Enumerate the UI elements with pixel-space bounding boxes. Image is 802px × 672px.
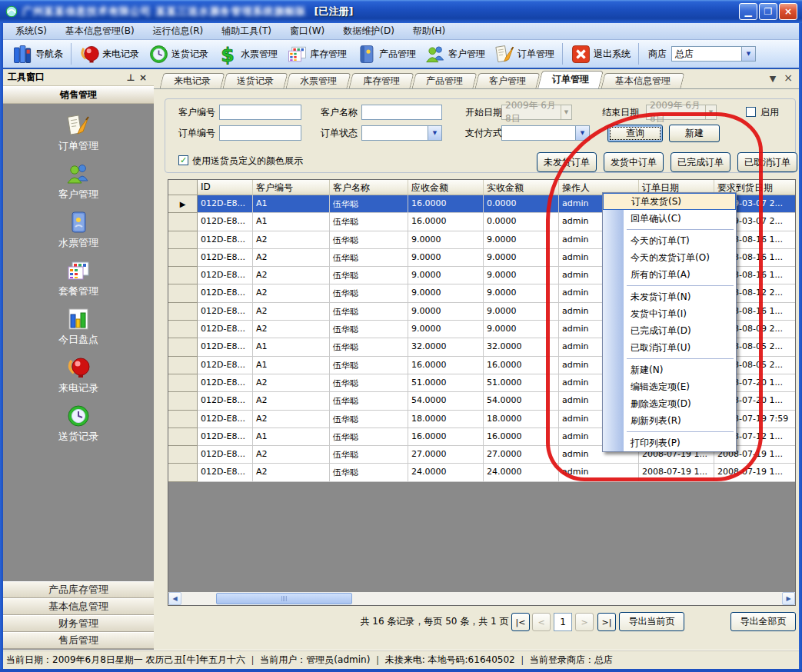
context-menu-item-所有的订单(A)[interactable]: 所有的订单(A) xyxy=(603,266,736,283)
tab-产品管理[interactable]: 产品管理 xyxy=(414,73,475,88)
tab-库存管理[interactable]: 库存管理 xyxy=(351,73,412,88)
close-icon[interactable]: × xyxy=(137,72,149,84)
menu-item[interactable]: 系统(S) xyxy=(6,23,56,39)
row-selector[interactable] xyxy=(168,213,198,231)
close-button[interactable]: × xyxy=(779,3,797,20)
row-selector[interactable] xyxy=(168,267,198,284)
minimize-button[interactable]: ▁ xyxy=(739,3,757,20)
query-button[interactable]: 查询 xyxy=(607,125,663,142)
filter-button-已取消订单[interactable]: 已取消订单 xyxy=(737,152,797,172)
menu-item[interactable]: 辅助工具(T) xyxy=(212,23,281,39)
context-menu-item-已完成订单(D)[interactable]: 已完成订单(D) xyxy=(603,322,736,339)
scrollbar-thumb[interactable] xyxy=(216,593,352,604)
page-number-input[interactable]: 1 xyxy=(554,613,572,631)
sidebar-item-来电记录[interactable]: 来电记录 xyxy=(3,355,154,404)
toolbar-button-订单管理[interactable]: 订单管理 xyxy=(490,44,559,65)
row-selector[interactable] xyxy=(168,357,198,374)
context-menu-item-刷新列表(R)[interactable]: 刷新列表(R) xyxy=(603,412,736,429)
color-checkbox[interactable]: ✓ xyxy=(178,155,188,165)
customer-no-input[interactable] xyxy=(219,105,301,120)
sidebar-section-sales[interactable]: 销售管理 xyxy=(3,86,154,104)
context-menu-item-已取消订单(U)[interactable]: 已取消订单(U) xyxy=(603,339,736,356)
sidebar-section-售后管理[interactable]: 售后管理 xyxy=(3,632,154,649)
sidebar-item-今日盘点[interactable]: 今日盘点 xyxy=(3,307,154,355)
row-selector[interactable] xyxy=(168,321,198,338)
new-button[interactable]: 新建 xyxy=(669,125,720,142)
row-selector[interactable] xyxy=(168,284,198,302)
sidebar-section-财务管理[interactable]: 财务管理 xyxy=(3,615,154,632)
tab-close-icon[interactable]: × xyxy=(784,74,793,84)
filter-button-未发货订单[interactable]: 未发货订单 xyxy=(537,152,597,172)
tab-水票管理[interactable]: 水票管理 xyxy=(288,73,349,88)
scroll-right-icon[interactable]: ▶ xyxy=(782,592,795,605)
context-menu-item-删除选定项(D)[interactable]: 删除选定项(D) xyxy=(603,395,736,412)
tab-客户管理[interactable]: 客户管理 xyxy=(477,73,538,88)
menu-item[interactable]: 帮助(H) xyxy=(404,23,454,39)
filter-button-已完成订单[interactable]: 已完成订单 xyxy=(671,152,730,172)
tab-送货记录[interactable]: 送货记录 xyxy=(225,73,286,88)
context-menu-item-今天的发货订单(O)[interactable]: 今天的发货订单(O) xyxy=(603,249,736,266)
context-menu-item-发货中订单(I)[interactable]: 发货中订单(I) xyxy=(603,305,736,322)
chevron-down-icon[interactable]: ▼ xyxy=(561,105,571,119)
tab-订单管理[interactable]: 订单管理 xyxy=(540,71,601,88)
menu-item[interactable]: 基本信息管理(B) xyxy=(56,23,144,39)
row-selector[interactable] xyxy=(168,446,198,464)
toolbar-button-导航条[interactable]: 导航条 xyxy=(8,44,68,65)
menu-item[interactable]: 运行信息(R) xyxy=(144,23,213,39)
sidebar-item-订单管理[interactable]: 订单管理 xyxy=(3,113,154,161)
first-page-button[interactable]: |< xyxy=(511,613,530,631)
sidebar-section-产品库存管理[interactable]: 产品库存管理 xyxy=(3,581,154,598)
row-selector[interactable]: ▶ xyxy=(168,195,198,213)
sidebar-item-送货记录[interactable]: 送货记录 xyxy=(3,404,154,452)
sidebar-item-客户管理[interactable]: 客户管理 xyxy=(3,161,154,210)
row-selector[interactable] xyxy=(168,338,198,356)
toolbar-button-客户管理[interactable]: 客户管理 xyxy=(421,44,490,65)
last-page-button[interactable]: >| xyxy=(597,613,616,631)
chevron-down-icon[interactable]: ▼ xyxy=(741,47,755,61)
context-menu-item-打印列表(P)[interactable]: 打印列表(P) xyxy=(603,434,736,451)
row-selector[interactable] xyxy=(168,249,198,267)
chevron-down-icon[interactable]: ▼ xyxy=(705,105,716,119)
pin-icon[interactable]: ⊥ xyxy=(125,72,137,84)
context-menu-item-未发货订单(N)[interactable]: 未发货订单(N) xyxy=(603,288,736,305)
sidebar-item-水票管理[interactable]: 水票管理 xyxy=(3,210,154,258)
customer-name-input[interactable] xyxy=(361,105,442,120)
menu-item[interactable]: 窗口(W) xyxy=(281,23,334,39)
toolbar-button-退出系统[interactable]: 退出系统 xyxy=(566,44,635,65)
row-selector[interactable] xyxy=(168,392,198,410)
toolbar-button-产品管理[interactable]: 产品管理 xyxy=(351,44,421,65)
prev-page-button[interactable]: < xyxy=(532,613,551,631)
filter-button-发货中订单[interactable]: 发货中订单 xyxy=(604,152,664,172)
sidebar-section-基本信息管理[interactable]: 基本信息管理 xyxy=(3,598,154,615)
row-selector[interactable] xyxy=(168,231,198,249)
toolbar-button-水票管理[interactable]: $水票管理 xyxy=(213,44,282,65)
chevron-down-icon[interactable]: ▼ xyxy=(428,126,441,140)
toolbar-button-来电记录[interactable]: 来电记录 xyxy=(75,44,144,65)
column-header-实收金额[interactable]: 实收金额 xyxy=(484,180,559,195)
sidebar-item-套餐管理[interactable]: 套餐管理 xyxy=(3,258,154,307)
context-menu-item-编辑选定项(E)[interactable]: 编辑选定项(E) xyxy=(603,378,736,395)
export-current-page-button[interactable]: 导出当前页 xyxy=(619,612,684,631)
context-menu-item-订单发货(S)[interactable]: 订单发货(S) xyxy=(603,193,736,210)
row-selector[interactable] xyxy=(168,374,198,392)
column-header-应收金额[interactable]: 应收金额 xyxy=(408,180,484,195)
toolbar-button-送货记录[interactable]: 送货记录 xyxy=(144,44,213,65)
pay-method-select[interactable]: ▼ xyxy=(501,125,590,141)
start-date-picker[interactable]: 2009年 6月 8日▼ xyxy=(501,105,572,120)
toolbar-button-库存管理[interactable]: 库存管理 xyxy=(282,44,351,65)
chevron-down-icon[interactable]: ▼ xyxy=(575,126,589,140)
maximize-button[interactable]: ❐ xyxy=(759,3,777,20)
menu-item[interactable]: 数据维护(D) xyxy=(334,23,404,39)
row-selector[interactable] xyxy=(168,411,198,428)
row-selector[interactable] xyxy=(168,464,198,481)
end-date-picker[interactable]: 2009年 6月 8日▼ xyxy=(646,105,717,120)
scroll-left-icon[interactable]: ◀ xyxy=(168,592,181,605)
column-header-客户名称[interactable]: 客户名称 xyxy=(330,180,408,195)
row-selector[interactable] xyxy=(168,428,198,446)
tab-基本信息管理[interactable]: 基本信息管理 xyxy=(603,73,683,88)
context-menu-item-今天的订单(T)[interactable]: 今天的订单(T) xyxy=(603,232,736,249)
order-status-select[interactable]: ▼ xyxy=(361,125,442,141)
chevron-down-icon[interactable]: ▼ xyxy=(770,74,776,84)
shop-select[interactable]: 总店▼ xyxy=(671,46,756,62)
column-header-客户编号[interactable]: 客户编号 xyxy=(253,180,330,195)
